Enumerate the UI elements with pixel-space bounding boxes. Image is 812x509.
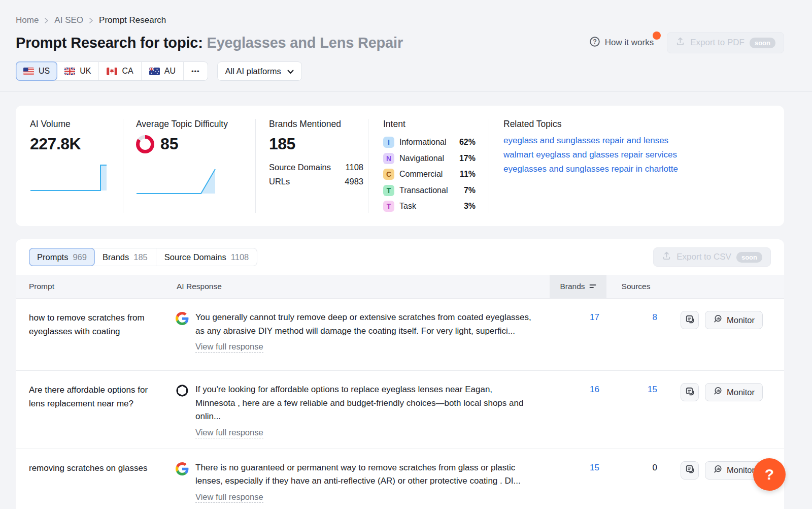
google-icon bbox=[176, 312, 189, 353]
sources-count-link[interactable]: 8 bbox=[653, 312, 657, 322]
brands-count-link[interactable]: 17 bbox=[590, 312, 599, 322]
copy-response-button[interactable] bbox=[681, 461, 699, 480]
table-header: Prompt AI Response Brands Sources bbox=[16, 275, 784, 298]
soon-badge: soon bbox=[750, 38, 775, 48]
tab-prompts[interactable]: Prompts 969 bbox=[29, 248, 95, 266]
ai-volume-label: AI Volume bbox=[30, 119, 123, 130]
country-tab-au[interactable]: AU bbox=[142, 62, 184, 80]
view-full-response-link[interactable]: View full response bbox=[195, 492, 263, 503]
view-full-response-link[interactable]: View full response bbox=[195, 428, 263, 438]
difficulty-label: Average Topic Difficulty bbox=[136, 119, 255, 130]
related-topic-link[interactable]: walmart eyeglass and glasses repair serv… bbox=[503, 150, 770, 160]
brands-mentioned-value: 185 bbox=[269, 135, 368, 153]
export-pdf-button[interactable]: Export to PDF soon bbox=[667, 32, 784, 53]
informational-badge: I bbox=[383, 137, 394, 148]
difficulty-value: 85 bbox=[160, 135, 179, 153]
commercial-badge: C bbox=[383, 169, 394, 180]
ai-volume-sparkline bbox=[30, 164, 111, 192]
ai-response-text: If you're looking for affordable options… bbox=[195, 383, 534, 424]
column-header-brands[interactable]: Brands bbox=[550, 275, 606, 298]
monitor-button[interactable]: Monitor bbox=[705, 311, 763, 329]
copy-report-icon bbox=[685, 464, 695, 476]
ai-response-text: There is no guaranteed or permanent way … bbox=[195, 461, 534, 488]
related-topic-link[interactable]: eyeglasses and sunglasses repair in char… bbox=[503, 164, 770, 174]
more-countries-button[interactable]: ••• bbox=[184, 62, 208, 80]
prompts-card: Prompts 969 Brands 185 Source Domains 11… bbox=[16, 239, 784, 509]
column-header-ai-response: AI Response bbox=[176, 282, 550, 291]
breadcrumb: Home AI SEO Prompt Research bbox=[16, 15, 784, 25]
brands-count-link[interactable]: 16 bbox=[590, 385, 599, 394]
breadcrumb-current: Prompt Research bbox=[99, 15, 166, 25]
help-button[interactable]: ? bbox=[753, 458, 786, 491]
column-header-prompt: Prompt bbox=[16, 282, 176, 291]
ai-volume-value: 227.8K bbox=[30, 135, 123, 153]
monitor-magnifier-icon bbox=[713, 387, 722, 398]
upload-icon bbox=[662, 251, 671, 263]
urls-stat: URLs4983 bbox=[269, 177, 363, 186]
copy-response-button[interactable] bbox=[681, 383, 699, 401]
copy-report-icon bbox=[685, 387, 695, 398]
prompt-text: how to remove scratches from eyeglasses … bbox=[16, 311, 176, 338]
sources-count: 0 bbox=[653, 463, 657, 472]
topic-name: Eyeglasses and Lens Repair bbox=[207, 35, 403, 51]
transactional-badge: T bbox=[383, 185, 394, 196]
copy-report-icon bbox=[685, 314, 695, 326]
source-domains-stat: Source Domains1108 bbox=[269, 163, 363, 172]
intent-row-task: T Task 3% bbox=[383, 201, 476, 212]
prompt-text: removing scratches on glasses bbox=[16, 461, 176, 475]
ca-flag-icon bbox=[107, 68, 117, 75]
navigational-badge: N bbox=[383, 153, 394, 164]
country-selector: US UK CA AU ••• bbox=[16, 61, 208, 81]
breadcrumb-ai-seo[interactable]: AI SEO bbox=[54, 15, 83, 25]
intent-row-navigational: N Navigational 17% bbox=[383, 153, 476, 164]
intent-label: Intent bbox=[383, 119, 489, 130]
difficulty-sparkline bbox=[136, 167, 217, 195]
openai-icon bbox=[176, 384, 189, 438]
stats-card: AI Volume 227.8K Average Topic Difficult… bbox=[16, 106, 784, 226]
view-full-response-link[interactable]: View full response bbox=[195, 342, 263, 353]
monitor-magnifier-icon bbox=[713, 465, 722, 476]
chevron-right-icon bbox=[89, 18, 93, 23]
chevron-right-icon bbox=[45, 18, 48, 23]
svg-text:?: ? bbox=[593, 38, 597, 45]
ai-response-text: You generally cannot truly remove deep o… bbox=[195, 311, 534, 338]
data-tabs: Prompts 969 Brands 185 Source Domains 11… bbox=[29, 248, 257, 266]
how-it-works-link[interactable]: ? How it works bbox=[589, 36, 659, 50]
country-tab-ca[interactable]: CA bbox=[99, 62, 141, 80]
au-flag-icon bbox=[149, 68, 160, 75]
sort-icon bbox=[589, 282, 596, 291]
country-tab-us[interactable]: US bbox=[16, 61, 57, 81]
breadcrumb-home[interactable]: Home bbox=[16, 15, 39, 25]
tab-source-domains[interactable]: Source Domains 1108 bbox=[156, 248, 257, 266]
related-topics-label: Related Topics bbox=[503, 119, 770, 130]
column-header-sources[interactable]: Sources bbox=[606, 282, 665, 291]
intent-row-commercial: C Commercial 11% bbox=[383, 169, 476, 180]
soon-badge: soon bbox=[736, 252, 762, 263]
prompt-text: Are there affordable options for lens re… bbox=[16, 383, 176, 410]
brands-mentioned-label: Brands Mentioned bbox=[269, 119, 368, 130]
sources-count-link[interactable]: 15 bbox=[648, 385, 657, 394]
monitor-button[interactable]: Monitor bbox=[705, 383, 763, 401]
table-row: how to remove scratches from eyeglasses … bbox=[16, 298, 784, 370]
related-topic-link[interactable]: eyeglass and sunglasses repair and lense… bbox=[503, 136, 770, 146]
page-title: Prompt Research for topic: Eyeglasses an… bbox=[16, 35, 403, 51]
brands-count-link[interactable]: 15 bbox=[590, 463, 599, 472]
uk-flag-icon bbox=[64, 68, 75, 75]
difficulty-gauge bbox=[136, 135, 154, 153]
export-csv-button[interactable]: Export to CSV soon bbox=[653, 247, 771, 267]
monitor-magnifier-icon bbox=[713, 314, 722, 326]
us-flag-icon bbox=[23, 68, 34, 75]
question-circle-icon: ? bbox=[589, 36, 600, 50]
chevron-down-icon bbox=[287, 67, 294, 76]
page-header: Home AI SEO Prompt Research Prompt Resea… bbox=[0, 0, 812, 81]
google-icon bbox=[176, 462, 189, 503]
tab-brands[interactable]: Brands 185 bbox=[94, 248, 156, 266]
table-row: removing scratches on glasses There is n… bbox=[16, 449, 784, 509]
table-row: Are there affordable options for lens re… bbox=[16, 370, 784, 449]
intent-row-informational: I Informational 62% bbox=[383, 137, 476, 148]
country-tab-uk[interactable]: UK bbox=[57, 62, 99, 80]
ai-platforms-dropdown[interactable]: All AI platforms bbox=[217, 61, 302, 81]
upload-icon bbox=[675, 37, 685, 49]
copy-response-button[interactable] bbox=[681, 311, 699, 329]
intent-row-transactional: T Transactional 7% bbox=[383, 185, 476, 196]
